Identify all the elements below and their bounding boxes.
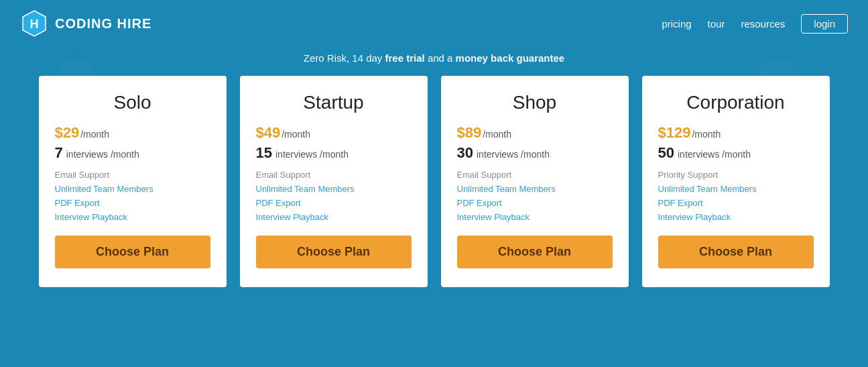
plan-feature-3-0: Priority Support (658, 170, 814, 180)
choose-plan-button-1[interactable]: Choose Plan (256, 235, 412, 268)
tagline-text-middle: and a (425, 52, 456, 64)
choose-plan-button-3[interactable]: Choose Plan (658, 235, 814, 268)
plan-feature-3-1: Unlimited Team Members (658, 184, 814, 194)
header: H CODING HIRE pricing tour resources log… (0, 0, 868, 47)
plan-interviews-label-3: interviews /month (678, 149, 751, 160)
plan-feature-1-0: Email Support (256, 170, 412, 180)
svg-text:H: H (30, 17, 39, 31)
plan-price-period-3: /month (692, 129, 721, 140)
plan-feature-0-0: Email Support (55, 170, 210, 180)
plan-interviews-label-1: interviews /month (275, 149, 349, 160)
plan-feature-3-3: Interview Playback (658, 212, 814, 222)
svg-point-0 (58, 58, 96, 96)
plan-interviews-count-1: 15 (256, 144, 272, 162)
plan-name-1: Startup (256, 92, 412, 113)
plan-interviews-count-3: 50 (658, 144, 674, 162)
nav-login[interactable]: login (801, 14, 848, 34)
plan-feature-0-1: Unlimited Team Members (55, 184, 210, 194)
choose-plan-button-2[interactable]: Choose Plan (457, 235, 613, 268)
plan-name-2: Shop (457, 92, 613, 113)
plan-interviews-row-2: 30 interviews /month (457, 144, 613, 162)
plan-card-startup: Startup $49 /month 15 interviews /month … (240, 76, 428, 287)
nav-pricing[interactable]: pricing (662, 18, 691, 30)
svg-point-1 (45, 103, 109, 141)
plan-feature-2-1: Unlimited Team Members (457, 184, 613, 194)
plan-features-0: Email SupportUnlimited Team MembersPDF E… (55, 170, 210, 222)
plan-feature-1-1: Unlimited Team Members (256, 184, 412, 194)
plan-feature-2-0: Email Support (457, 170, 613, 180)
plan-feature-0-3: Interview Playback (55, 212, 210, 222)
plan-feature-0-2: PDF Export (55, 198, 210, 208)
plan-price-3: $129 (658, 124, 691, 142)
tagline: Zero Risk, 14 day free trial and a money… (0, 52, 868, 64)
plan-price-row-1: $49 /month (256, 124, 412, 142)
logo-text: CODING HIRE (55, 16, 151, 32)
plan-feature-1-3: Interview Playback (256, 212, 412, 222)
logo-area: H CODING HIRE (20, 9, 151, 38)
svg-point-2 (759, 58, 796, 96)
plans-container: Solo $29 /month 7 interviews /month Emai… (0, 76, 868, 287)
plan-price-period-2: /month (483, 129, 511, 140)
tagline-bold2: money back guarantee (456, 52, 565, 64)
plan-price-1: $49 (256, 124, 281, 142)
plan-price-period-1: /month (282, 129, 310, 140)
plan-interviews-label-2: interviews /month (477, 149, 550, 160)
tagline-text-before: Zero Risk, 14 day (304, 52, 385, 64)
nav-resources[interactable]: resources (741, 18, 785, 30)
bg-figure-right (741, 54, 814, 159)
plan-price-2: $89 (457, 124, 482, 142)
nav-tour[interactable]: tour (708, 18, 725, 30)
plan-feature-3-2: PDF Export (658, 198, 814, 208)
plan-features-1: Email SupportUnlimited Team MembersPDF E… (256, 170, 412, 222)
plan-card-shop: Shop $89 /month 30 interviews /month Ema… (441, 76, 629, 287)
plan-features-2: Email SupportUnlimited Team MembersPDF E… (457, 170, 613, 222)
logo-icon: H (20, 9, 48, 38)
choose-plan-button-0[interactable]: Choose Plan (55, 235, 210, 268)
plan-feature-1-2: PDF Export (256, 198, 412, 208)
plan-features-3: Priority SupportUnlimited Team MembersPD… (658, 170, 814, 222)
bg-figure-left (40, 54, 114, 159)
svg-point-3 (745, 103, 810, 141)
plan-feature-2-3: Interview Playback (457, 212, 613, 222)
main-nav: pricing tour resources login (662, 14, 848, 34)
plan-price-row-2: $89 /month (457, 124, 613, 142)
plan-interviews-count-2: 30 (457, 144, 473, 162)
tagline-bold1: free trial (385, 52, 425, 64)
plan-interviews-row-1: 15 interviews /month (256, 144, 412, 162)
plan-feature-2-2: PDF Export (457, 198, 613, 208)
